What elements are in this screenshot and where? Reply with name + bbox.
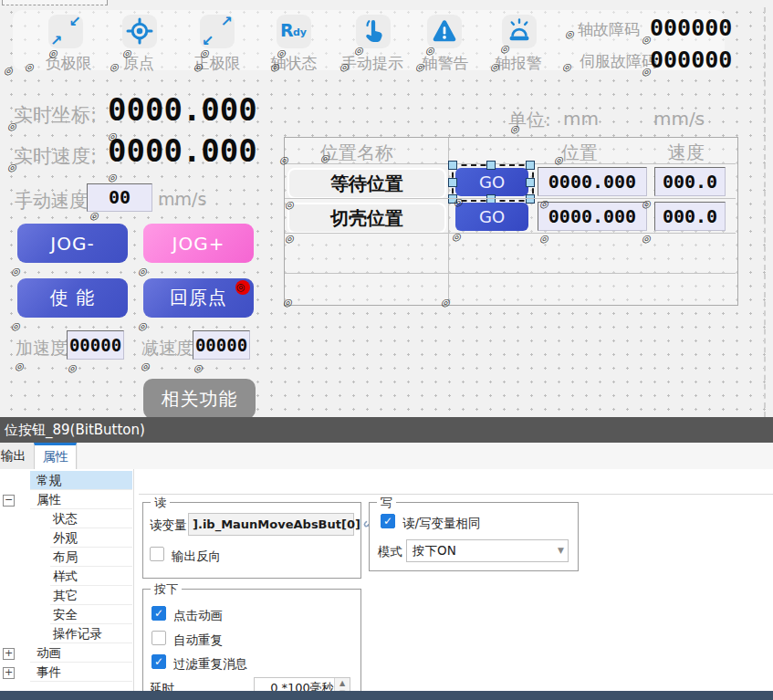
- canvas-boundary: [764, 7, 766, 417]
- read-var-input[interactable]: ].ib_MaunMoveAbsBut[0]: [188, 513, 354, 536]
- anchor-icon: [539, 228, 550, 239]
- anchor-icon: [454, 192, 465, 203]
- limit-negative-icon: ↙: [69, 15, 81, 29]
- read-var-label: 读变量: [150, 517, 187, 534]
- anchor-icon: [562, 57, 573, 68]
- related-functions-button[interactable]: 相关功能: [143, 379, 256, 417]
- inspector-tab-row: 输出 属性: [0, 443, 773, 469]
- jog-plus-button[interactable]: JOG+: [143, 224, 254, 263]
- tree-item-appearance[interactable]: 外观: [0, 528, 133, 547]
- anchor-icon: [200, 43, 211, 54]
- mode-dropdown[interactable]: 按下ON ▼: [406, 539, 569, 562]
- anchor-icon: [642, 193, 653, 204]
- rw-same-checkbox[interactable]: [381, 514, 395, 528]
- anchor-icon: [7, 157, 18, 168]
- enable-button[interactable]: 使 能: [17, 278, 128, 318]
- position-name-cell: 切壳位置: [287, 203, 446, 234]
- press-group-title: 按下: [151, 581, 182, 598]
- anchor-icon: [25, 57, 36, 68]
- tree-item-state[interactable]: 状态: [0, 509, 133, 528]
- anchor-icon: [415, 57, 426, 68]
- tree-item-animation[interactable]: + 动画: [0, 643, 133, 662]
- expand-icon[interactable]: +: [3, 648, 15, 660]
- auto-repeat-checkbox[interactable]: [151, 631, 166, 645]
- tab-row-filler: [78, 443, 773, 469]
- anchor-icon: [565, 24, 576, 35]
- anchor-icon: [354, 40, 365, 51]
- speed-input[interactable]: 000.0: [654, 202, 726, 231]
- position-input[interactable]: 0000.000: [538, 167, 647, 196]
- selection-handle[interactable]: [486, 161, 496, 170]
- realtime-coord-value: 0000.000: [108, 91, 257, 128]
- window-bottom-bar[interactable]: [0, 691, 773, 700]
- anchor-icon: [339, 57, 350, 68]
- axis-alarm-label: 轴报警: [468, 53, 569, 74]
- decel-input[interactable]: 00000: [193, 330, 250, 360]
- go-button[interactable]: GO: [455, 203, 528, 231]
- table-row: 切壳位置 GO 0000.000 000.0: [285, 198, 736, 234]
- anchor-icon: [539, 193, 550, 204]
- units-mm: mm: [563, 108, 599, 130]
- tree-item-oplog[interactable]: 操作记录: [0, 624, 133, 643]
- anchor-icon: [642, 61, 653, 72]
- anchor-icon: [500, 38, 511, 49]
- speed-input[interactable]: 000.0: [654, 167, 726, 196]
- filter-repeat-label: 过滤重复消息: [173, 656, 247, 673]
- selected-widget-title: 位按钮_89(BitButton): [5, 422, 145, 439]
- home-alarm-badge: [235, 280, 250, 295]
- collapse-icon[interactable]: −: [3, 495, 15, 507]
- anchor-icon: [279, 150, 290, 161]
- tree-item-events[interactable]: + 事件: [0, 663, 133, 681]
- tab-output[interactable]: 输出: [0, 443, 34, 469]
- anchor-icon: [108, 126, 119, 137]
- position-table: 位置名称 位置 速度 等待位置 GO 0000.000 000.0: [284, 137, 738, 306]
- selection-handle[interactable]: [526, 161, 535, 170]
- anchor-icon: [141, 356, 151, 367]
- col-header-name: 位置名称: [320, 141, 393, 165]
- accel-input[interactable]: 00000: [67, 330, 124, 360]
- anchor-icon: [68, 358, 78, 369]
- chevron-down-icon: ▼: [558, 546, 564, 555]
- tree-item-style[interactable]: 样式: [0, 567, 133, 585]
- anchor-icon: [89, 205, 100, 216]
- position-name-cell: 等待位置: [287, 168, 446, 199]
- rw-same-label: 读/写变量相同: [402, 516, 481, 532]
- anchor-icon: [48, 43, 59, 54]
- selection-handle[interactable]: [526, 178, 535, 187]
- filter-repeat-checkbox[interactable]: [151, 654, 166, 669]
- tree-item-properties[interactable]: − 属性: [0, 490, 133, 508]
- design-canvas[interactable]: ↙ ↗ 负极限 原点 ↗ ↙ 正极限 R dy 轴状态: [0, 0, 773, 417]
- expand-icon[interactable]: +: [3, 667, 15, 679]
- anchor-icon: [490, 57, 501, 68]
- read-group-title: 读: [151, 495, 170, 511]
- realtime-coord-label: 实时坐标:: [14, 102, 97, 128]
- anchor-icon: [4, 60, 15, 71]
- position-input[interactable]: 0000.000: [538, 202, 647, 231]
- tree-item-security[interactable]: 安全: [0, 605, 133, 623]
- tree-item-layout[interactable]: 布局: [0, 548, 133, 566]
- anchor-icon: [122, 43, 133, 54]
- anchor-icon: [283, 292, 294, 303]
- hmi-designer-window: ↙ ↗ 负极限 原点 ↗ ↙ 正极限 R dy 轴状态: [0, 0, 773, 700]
- anchor-icon: [285, 228, 296, 239]
- anchor-icon: [425, 40, 436, 51]
- invert-output-label: 输出反向: [172, 549, 221, 565]
- invert-output-checkbox[interactable]: [150, 547, 164, 561]
- units-mms: mm/s: [653, 108, 705, 130]
- inspector-body: 常规 − 属性 状态 外观 布局 样式: [0, 469, 773, 691]
- col-header-pos: 位置: [561, 141, 598, 165]
- tab-properties[interactable]: 属性: [34, 443, 77, 469]
- mode-label: 模式: [378, 544, 402, 560]
- tree-item-general[interactable]: 常规: [0, 471, 133, 489]
- write-group-title: 写: [377, 495, 396, 511]
- selection-handle[interactable]: [448, 161, 457, 170]
- click-animation-checkbox[interactable]: [151, 606, 166, 621]
- axis-fault-code-label: 轴故障码: [578, 19, 640, 40]
- anchor-icon: [642, 29, 653, 40]
- selection-handle[interactable]: [448, 178, 457, 187]
- jog-minus-button[interactable]: JOG-: [17, 224, 128, 263]
- anchor-icon: [138, 316, 149, 327]
- anchor-icon: [138, 261, 149, 272]
- tree-item-other[interactable]: 其它: [0, 586, 133, 604]
- anchor-icon: [11, 261, 22, 272]
